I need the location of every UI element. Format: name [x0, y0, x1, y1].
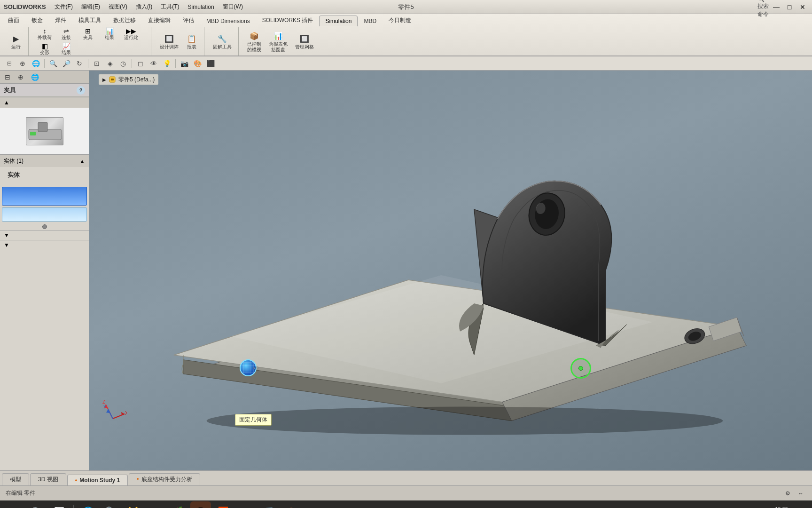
tab-data-migrate[interactable]: 数据迁移: [107, 14, 142, 26]
panel-tab-property[interactable]: ⊕: [15, 72, 26, 82]
tray-time: 12:002024/1/1: [775, 506, 795, 508]
menu-edit[interactable]: 编辑(E): [78, 2, 104, 12]
ribbon-group-solver: 🔧 固解工具: [206, 27, 239, 56]
search-button-taskbar[interactable]: 🔍: [26, 501, 47, 508]
sw-button[interactable]: Ⓢ: [190, 501, 211, 508]
tab-stress-analysis[interactable]: • 底座结构件受力分析: [129, 473, 200, 485]
shell-button[interactable]: ◧ 变形: [34, 42, 55, 56]
tab-simulation[interactable]: Simulation: [319, 16, 358, 26]
manage-mesh-button[interactable]: 🔲 管理网格: [292, 32, 317, 51]
menu-tools[interactable]: 工具(T): [157, 2, 183, 12]
tab-mbd[interactable]: MBD: [358, 16, 383, 26]
rotate-btn[interactable]: ↻: [74, 58, 85, 69]
report-button[interactable]: 📋 报表: [183, 32, 200, 51]
task-view-button[interactable]: ⬜: [49, 501, 70, 508]
tab-3d-view-label: 3D 视图: [38, 476, 58, 483]
menu-insert[interactable]: 插入(I): [132, 2, 156, 12]
camera-btn[interactable]: 📷: [179, 58, 190, 69]
panel-section4-header[interactable]: ▼: [0, 240, 89, 250]
panel-section3-header[interactable]: ▼: [0, 230, 89, 240]
suppressed-model-button[interactable]: 📦 已抑制的模视: [244, 29, 264, 54]
photo-btn[interactable]: 🎨: [192, 58, 203, 69]
panel-toggle-btn[interactable]: ⊟: [4, 58, 15, 69]
main-area: ⊟ ⊕ 🌐 夹具 ? ▲: [0, 71, 812, 470]
lighting-btn[interactable]: 💡: [161, 58, 172, 69]
panel-section1-header[interactable]: ▲: [0, 97, 89, 108]
section-view-btn[interactable]: ⊡: [91, 58, 102, 69]
run-all-button[interactable]: ▶▶ 运行此: [121, 27, 141, 41]
viewport[interactable]: ▶ 零件5 (Defa...): [89, 71, 812, 470]
view-orientation-btn[interactable]: ⊕: [17, 58, 28, 69]
panel-section2-header[interactable]: 实体 (1) ▲: [0, 155, 89, 167]
result-button[interactable]: 📊 结果: [99, 27, 120, 41]
status-icon2[interactable]: ↔: [795, 488, 806, 499]
tab-sheet-metal[interactable]: 钣金: [25, 14, 49, 26]
tab-sw-addins[interactable]: SOLIDWORKS 插件: [256, 14, 320, 26]
browser2-button[interactable]: 🎵: [258, 501, 279, 508]
close-button[interactable]: ✕: [797, 2, 808, 12]
display-style-btn[interactable]: ◻: [135, 58, 146, 69]
connect-icon: ⇌: [63, 27, 69, 35]
solver-icon: 🔧: [217, 33, 228, 44]
ribbon-group-fixtures: ↕ 外载荷 ⇌ 连接 ⊞ 夹具 📊 结果 ▶▶ 运行此: [31, 27, 151, 56]
tab-motion-study[interactable]: • Motion Study 1: [67, 475, 128, 485]
ribbon-group-mesh: 📦 已抑制的模视 📊 为报表包括圆盘 🔲 管理网格: [241, 27, 320, 56]
globe-cursor: ↔: [240, 359, 257, 376]
tab-3d-view[interactable]: 3D 视图: [30, 473, 66, 485]
tab-evaluate[interactable]: 评估: [177, 14, 200, 26]
status-icon1[interactable]: ⚙: [782, 488, 793, 499]
apple-button[interactable]: 🍎: [168, 501, 188, 508]
dynamic-view-btn[interactable]: ◈: [104, 58, 116, 69]
tab-surface[interactable]: 曲面: [2, 14, 25, 26]
globe-btn[interactable]: 🌐: [30, 58, 41, 69]
cat-button[interactable]: 🐱: [123, 501, 143, 508]
zoom-to-fit-btn[interactable]: 🔍: [47, 58, 59, 69]
tab-mbd-dimensions[interactable]: MBD Dimensions: [200, 16, 256, 26]
tab-model[interactable]: 模型: [2, 473, 29, 485]
minimize-button[interactable]: —: [771, 2, 782, 12]
menu-window[interactable]: 窗口(W): [219, 2, 247, 12]
edge-button[interactable]: 🌐: [78, 501, 98, 508]
zoom-area-btn[interactable]: 🔎: [61, 58, 72, 69]
selection-bar-light[interactable]: [2, 207, 87, 222]
menu-simulation[interactable]: Simulation: [184, 3, 218, 11]
powerpoint-button[interactable]: 🅿: [213, 501, 234, 508]
design-check-button[interactable]: 🔲 设计调阵: [157, 32, 181, 51]
include-table-button[interactable]: 📊 为报表包括圆盘: [266, 29, 290, 54]
tab-weld[interactable]: 焊件: [49, 14, 72, 26]
outlook-button[interactable]: 📧: [235, 501, 256, 508]
maximize-button[interactable]: □: [784, 2, 795, 12]
separator1: [44, 59, 45, 68]
section4-collapse-arrow: ▼: [4, 242, 9, 248]
tab-today-manufacture[interactable]: 今日制造: [383, 14, 417, 26]
svg-text:Y: Y: [103, 405, 107, 410]
panel-tab-config[interactable]: 🌐: [28, 72, 42, 82]
connection-button[interactable]: ⇌ 连接: [56, 27, 77, 41]
tab-direct-edit[interactable]: 直接编辑: [142, 14, 177, 26]
tooltip-text: 固定几何体: [239, 416, 267, 423]
start-button[interactable]: ⊞: [4, 501, 24, 508]
file-explorer-button[interactable]: 📁: [145, 501, 166, 508]
part-3d-view: [89, 71, 812, 470]
axis-svg: Z X Y: [99, 397, 127, 426]
search2-button[interactable]: 🔍: [100, 501, 121, 508]
taskbar: ⊞ 🔍 ⬜ 🌐 🔍 🐱 📁 🍎 Ⓢ 🅿 📧 🎵 💼 ⌨ 🔴 🔊 📶 🔋 12:0…: [0, 500, 812, 508]
solver-button[interactable]: 🔧 固解工具: [210, 32, 234, 51]
slider-handle[interactable]: [42, 224, 47, 229]
fixture-button[interactable]: ⊞ 夹具: [78, 27, 98, 41]
menu-view[interactable]: 视图(V): [105, 2, 131, 12]
tab-mold[interactable]: 模具工具: [72, 14, 107, 26]
search-button[interactable]: 🔍 搜索命令: [757, 2, 769, 12]
hide-show-btn[interactable]: ◷: [117, 58, 129, 69]
app10-button[interactable]: 💼: [281, 501, 301, 508]
selection-bar[interactable]: [2, 187, 87, 206]
menu-file[interactable]: 文件(F): [51, 2, 77, 12]
panel-tab-feature[interactable]: ⊟: [2, 72, 13, 82]
preview-svg: [26, 118, 64, 146]
result2-button[interactable]: 📈 结果: [56, 42, 77, 56]
view-settings-btn[interactable]: 👁: [148, 58, 159, 69]
run-study-button[interactable]: ▶ 运行: [8, 32, 24, 51]
external-load-button[interactable]: ↕ 外载荷: [34, 27, 55, 41]
panel-help-icon[interactable]: ?: [77, 86, 85, 95]
more-tools-btn[interactable]: ⬛: [205, 58, 216, 69]
